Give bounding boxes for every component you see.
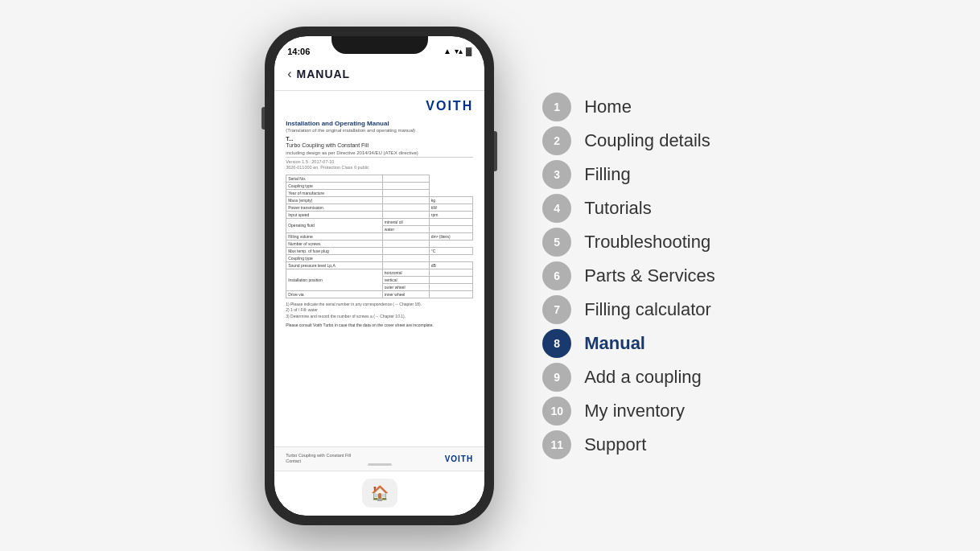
menu-label-my-inventory: My inventory — [584, 401, 685, 421]
menu-label-parts-services: Parts & Services — [584, 265, 715, 286]
menu-label-manual: Manual — [584, 333, 645, 354]
home-icon: 🏠 — [371, 484, 389, 502]
home-tab-button[interactable]: 🏠 — [362, 479, 397, 508]
menu-number-7: 7 — [542, 295, 571, 324]
menu-number-2: 2 — [542, 126, 571, 155]
manual-subtitle: (Translation of the original installatio… — [286, 128, 473, 133]
footer-left: Turbo Coupling with Constant Fill Contac… — [286, 453, 351, 464]
wifi-icon: ▾▴ — [455, 47, 463, 56]
menu-item-manual[interactable]: 8 Manual — [542, 329, 715, 358]
menu-number-6: 6 — [542, 261, 571, 290]
app-header: ‹ MANUAL — [274, 59, 484, 91]
table-row: Filling volumedm³ (liters) — [286, 232, 473, 240]
menu-number-5: 5 — [542, 228, 571, 257]
content-area: VOITH Installation and Operating Manual … — [274, 91, 484, 471]
table-row: Coupling type — [286, 254, 473, 261]
menu-number-9: 9 — [542, 363, 571, 392]
menu-label-support: Support — [584, 434, 646, 455]
menu-item-support[interactable]: 11 Support — [542, 430, 715, 459]
note-1: 1) Please indicate the serial number in … — [286, 302, 473, 308]
menu-item-add-coupling[interactable]: 9 Add a coupling — [542, 363, 715, 392]
menu-number-8: 8 — [542, 329, 571, 358]
notes-section: 1) Please indicate the serial number in … — [286, 302, 473, 320]
menu-item-coupling-details[interactable]: 2 Coupling details — [542, 126, 715, 155]
menu-label-filling-calculator: Filling calculator — [584, 299, 711, 320]
phone-mockup: 14:06 ▲ ▾▴ ▓ ‹ MANUAL VOITH I — [265, 27, 494, 525]
manual-model-short: T... — [286, 136, 473, 142]
menu-item-parts-services[interactable]: 6 Parts & Services — [542, 261, 715, 290]
main-container: 14:06 ▲ ▾▴ ▓ ‹ MANUAL VOITH I — [0, 0, 980, 551]
menu-item-my-inventory[interactable]: 10 My inventory — [542, 397, 715, 426]
menu-label-filling: Filling — [584, 164, 630, 185]
back-button[interactable]: ‹ — [287, 67, 291, 81]
menu-label-troubleshooting: Troubleshooting — [584, 232, 710, 253]
status-icons: ▲ ▾▴ ▓ — [443, 47, 471, 56]
table-row: Mass (empty)kg — [286, 196, 473, 204]
data-table: Serial No. Coupling type Year of manufac… — [286, 175, 473, 298]
manual-model-full: Turbo Coupling with Constant Fill — [286, 142, 473, 148]
table-row: Operating fluidmineral oil — [286, 218, 473, 225]
table-row: Max temp. of fuse plug°C — [286, 247, 473, 254]
manual-page: VOITH Installation and Operating Manual … — [274, 91, 484, 336]
scroll-indicator — [368, 463, 392, 466]
menu-item-troubleshooting[interactable]: 5 Troubleshooting — [542, 228, 715, 257]
manual-footer: Turbo Coupling with Constant Fill Contac… — [274, 446, 484, 471]
table-row: Installation positionhorizontal — [286, 269, 473, 276]
footer-voith-logo: VOITH — [445, 454, 474, 463]
header-title: MANUAL — [297, 68, 351, 80]
consult-text: Please consult Voith Turbo in case that … — [286, 323, 473, 327]
phone-screen: 14:06 ▲ ▾▴ ▓ ‹ MANUAL VOITH I — [274, 36, 484, 516]
status-time: 14:06 — [287, 47, 310, 56]
menu-item-filling-calculator[interactable]: 7 Filling calculator — [542, 295, 715, 324]
menu-number-1: 1 — [542, 93, 571, 121]
table-row: Coupling type — [286, 182, 473, 189]
tab-bar: 🏠 — [274, 471, 484, 516]
menu-item-home[interactable]: 1 Home — [542, 93, 715, 121]
table-row: Input speedrpm — [286, 211, 473, 218]
signal-icon: ▲ — [443, 47, 451, 56]
note-2: 2) 1 of / Fill: water — [286, 307, 473, 314]
note-3: 3) Determine and record the number of sc… — [286, 314, 473, 320]
menu-number-4: 4 — [542, 194, 571, 223]
menu-number-3: 3 — [542, 160, 571, 189]
menu-item-tutorials[interactable]: 4 Tutorials — [542, 194, 715, 223]
table-row: Year of manufacture — [286, 189, 473, 196]
menu-list: 1 Home 2 Coupling details 3 Filling 4 Tu… — [542, 93, 715, 459]
manual-title: Installation and Operating Manual — [286, 120, 473, 127]
voith-logo: VOITH — [286, 99, 473, 113]
manual-desc: including design as per Directive 2014/3… — [286, 150, 473, 158]
phone-inner: 14:06 ▲ ▾▴ ▓ ‹ MANUAL VOITH I — [274, 36, 484, 516]
menu-number-10: 10 — [542, 397, 571, 426]
table-row: Serial No. — [286, 175, 473, 182]
menu-label-home: Home — [584, 97, 632, 117]
menu-number-11: 11 — [542, 430, 571, 459]
manual-version: Version 1.5 : 2017-07-10 3626-011000 en,… — [286, 159, 473, 171]
menu-item-filling[interactable]: 3 Filling — [542, 160, 715, 189]
table-row: Power transmissionkW — [286, 204, 473, 211]
table-row: Drive viainner wheel — [286, 290, 473, 298]
menu-label-tutorials: Tutorials — [584, 198, 652, 219]
menu-label-coupling-details: Coupling details — [584, 130, 710, 151]
table-row: Number of screws — [286, 240, 473, 247]
battery-icon: ▓ — [466, 47, 471, 56]
menu-label-add-coupling: Add a coupling — [584, 367, 702, 388]
table-row: Sound pressure level Lp,AdB — [286, 261, 473, 269]
phone-notch — [331, 36, 428, 54]
